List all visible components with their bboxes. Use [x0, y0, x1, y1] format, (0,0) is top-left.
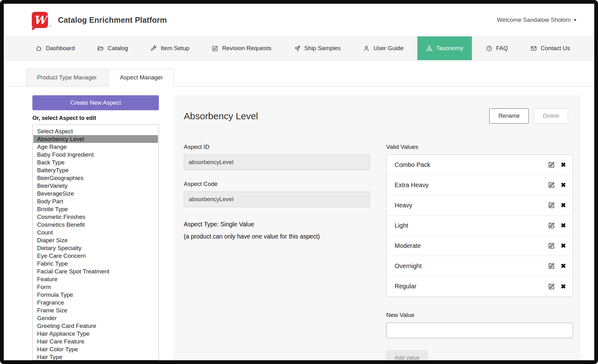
tab-aspect-manager[interactable]: Aspect Manager	[109, 69, 174, 87]
valid-value-row: Regular✖	[387, 276, 573, 296]
aspect-list-item[interactable]: Formula Type	[33, 291, 158, 299]
aspect-list: Select AspectAbsorbency LevelAge RangeBa…	[32, 125, 159, 360]
nav-item-faq[interactable]: ? FAQ	[477, 36, 517, 60]
delete-value-icon[interactable]: ✖	[561, 283, 566, 290]
aspect-list-item[interactable]: Form	[33, 283, 158, 291]
valid-value-label: Moderate	[395, 242, 421, 249]
valid-value-row: Heavy✖	[387, 195, 573, 215]
delete-value-icon[interactable]: ✖	[561, 161, 566, 168]
aspect-list-item[interactable]: Greeting Card Feature	[33, 322, 158, 330]
delete-value-icon[interactable]: ✖	[561, 222, 566, 229]
aspect-list-item[interactable]: Absorbency Level	[33, 135, 158, 143]
aspect-list-item[interactable]: Feature	[33, 275, 158, 283]
aspect-type-text: Aspect Type: Single Value	[184, 221, 370, 228]
aspect-list-item[interactable]: Frame Size	[33, 306, 158, 314]
edit-value-icon[interactable]	[548, 161, 555, 168]
tab-label: Product Type Manager	[37, 74, 97, 81]
panel-header: Absorbency Level Rename Delete	[184, 108, 568, 124]
aspect-list-item[interactable]: Dietary Specialty	[33, 244, 158, 252]
aspect-list-item[interactable]: Fragrance	[33, 299, 158, 306]
logo-dot	[50, 25, 51, 27]
aspect-list-item[interactable]: Hair Color Type	[33, 345, 158, 353]
edit-value-icon[interactable]	[548, 262, 555, 269]
delete-value-icon[interactable]: ✖	[561, 242, 566, 249]
aspect-list-item[interactable]: Bristle Type	[33, 205, 158, 213]
tab-product-type-manager[interactable]: Product Type Manager	[26, 69, 108, 87]
select-aspect-label: Or, select Aspect to edit	[32, 115, 159, 121]
panel-body: Aspect ID Aspect Code Aspect Type: Singl…	[184, 144, 568, 360]
edit-icon	[212, 45, 218, 52]
edit-value-icon[interactable]	[548, 202, 555, 209]
app-header: W Catalog Enrichment Platform Welcome Sa…	[4, 4, 594, 36]
aspect-list-item[interactable]: Hair Care Feature	[33, 338, 158, 345]
delete-value-icon[interactable]: ✖	[561, 201, 566, 209]
user-menu[interactable]: Welcome Sandalow Sholom ▾	[497, 17, 576, 23]
aspect-list-item[interactable]: BatteryType	[33, 166, 158, 174]
aspect-list-item[interactable]: Gender	[33, 314, 158, 322]
aspect-list-item[interactable]: Count	[33, 229, 158, 236]
nav-item-taxonomy[interactable]: Taxonomy	[417, 36, 472, 60]
tab-bar: Product Type Manager Aspect Manager	[4, 60, 594, 87]
aspect-list-item[interactable]: Hair Type	[33, 353, 158, 360]
valid-values-label: Valid Values	[386, 144, 573, 150]
content-area: Create New Aspect Or, select Aspect to e…	[4, 87, 594, 360]
aspect-list-item[interactable]: Diaper Size	[33, 236, 158, 244]
aspect-list-item[interactable]: Cosmetics Benefit	[33, 221, 158, 229]
aspect-id-label: Aspect ID	[184, 144, 370, 150]
edit-value-icon[interactable]	[548, 182, 555, 188]
aspect-list-item[interactable]: BeerVariety	[33, 182, 158, 190]
add-value-button[interactable]: Add value	[386, 350, 428, 360]
aspect-list-item[interactable]: Body Part	[33, 197, 158, 205]
aspect-code-input	[184, 191, 370, 207]
aspect-list-item[interactable]: Back Type	[33, 158, 158, 166]
sitemap-icon	[426, 45, 433, 52]
aspect-list-item[interactable]: Eye Care Concern	[33, 252, 158, 260]
valid-value-row: Extra Heavy✖	[387, 175, 573, 195]
edit-value-icon[interactable]	[548, 242, 555, 249]
valid-value-row: Light✖	[387, 215, 573, 236]
delete-value-icon[interactable]: ✖	[561, 262, 566, 270]
valid-value-row: Combo Pack✖	[387, 155, 573, 175]
svg-text:?: ?	[488, 47, 490, 50]
aspect-title: Absorbency Level	[184, 111, 258, 121]
nav-item-item-setup[interactable]: Item Setup	[142, 36, 198, 60]
valid-value-actions: ✖	[548, 222, 566, 229]
aspect-list-item[interactable]: Cosmetic Finishes	[33, 213, 158, 221]
new-value-input[interactable]	[386, 323, 573, 338]
valid-value-actions: ✖	[548, 242, 566, 249]
valid-value-label: Combo Pack	[395, 161, 430, 168]
aspect-list-item[interactable]: Hair Appliance Type	[33, 330, 158, 338]
create-new-aspect-button[interactable]: Create New Aspect	[32, 95, 159, 110]
aspect-list-item[interactable]: BeerGeographies	[33, 174, 158, 182]
valid-values-section: Valid Values Combo Pack✖Extra Heavy✖Heav…	[386, 144, 573, 360]
nav-item-label: Item Setup	[161, 45, 189, 52]
nav-item-dashboard[interactable]: Dashboard	[27, 36, 83, 60]
delete-value-icon[interactable]: ✖	[561, 181, 566, 189]
valid-values-list: Combo Pack✖Extra Heavy✖Heavy✖Light✖Moder…	[386, 154, 573, 297]
aspect-list-item[interactable]: Baby Food Ingredient	[33, 151, 158, 158]
nav-item-revision-requests[interactable]: Revision Requests	[203, 36, 280, 60]
aspect-list-item[interactable]: BeverageSize	[33, 190, 158, 197]
aspect-list-item[interactable]: Facial Care Spot Treatment	[33, 267, 158, 275]
envelope-icon	[530, 45, 537, 52]
aspect-list-item[interactable]: Fabric Type	[33, 260, 158, 267]
nav-item-label: Catalog	[107, 45, 128, 52]
valid-value-row: Moderate✖	[387, 236, 573, 256]
nav-item-label: Taxonomy	[436, 45, 463, 52]
rename-button[interactable]: Rename	[489, 108, 529, 124]
paper-plane-icon	[294, 45, 301, 52]
nav-item-catalog[interactable]: Catalog	[88, 36, 137, 60]
home-icon	[36, 45, 42, 52]
nav-item-label: Contact Us	[541, 45, 570, 52]
aspect-list-item[interactable]: Age Range	[33, 143, 158, 151]
nav-item-contact-us[interactable]: Contact Us	[522, 36, 579, 60]
edit-value-icon[interactable]	[548, 283, 555, 290]
nav-item-label: Dashboard	[46, 45, 75, 52]
delete-button[interactable]: Delete	[534, 108, 568, 124]
aspect-list-item[interactable]: Select Aspect	[33, 127, 158, 135]
valid-value-label: Extra Heavy	[395, 182, 429, 189]
edit-value-icon[interactable]	[548, 222, 555, 229]
nav-item-ship-samples[interactable]: Ship Samples	[285, 36, 349, 60]
valid-value-actions: ✖	[548, 161, 566, 168]
nav-item-user-guide[interactable]: User Guide	[354, 36, 412, 60]
